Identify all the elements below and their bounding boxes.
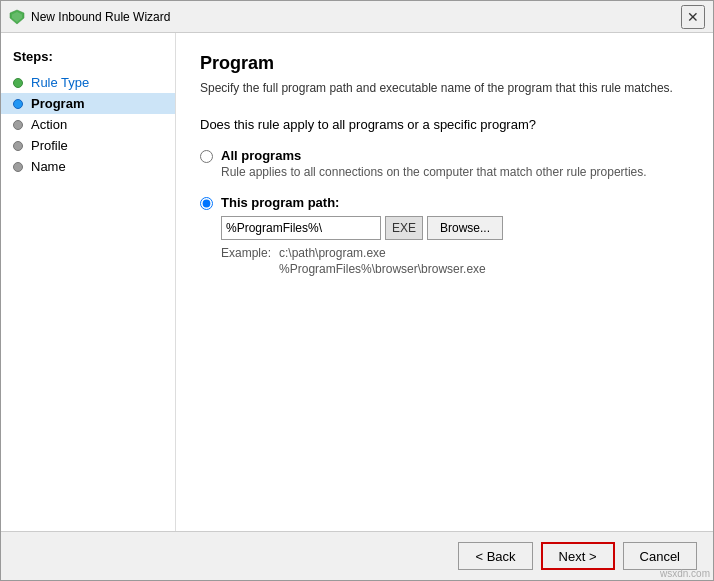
content-area: Steps: Rule Type Program Action Profile xyxy=(1,33,713,531)
close-button[interactable]: ✕ xyxy=(681,5,705,29)
sidebar-label-action: Action xyxy=(31,117,67,132)
all-programs-radio[interactable] xyxy=(200,150,213,163)
sidebar-label-rule-type: Rule Type xyxy=(31,75,89,90)
browse-button[interactable]: Browse... xyxy=(427,216,503,240)
example-label: Example: xyxy=(221,246,271,276)
this-program-label-group: This program path: EXE Browse... Example… xyxy=(221,195,503,276)
exe-badge: EXE xyxy=(385,216,423,240)
title-bar-left: New Inbound Rule Wizard xyxy=(9,9,170,25)
spacer xyxy=(200,292,689,511)
dot-rule-type xyxy=(13,78,23,88)
all-programs-label[interactable]: All programs xyxy=(221,148,647,163)
panel-title: Program xyxy=(200,53,689,74)
dot-program xyxy=(13,99,23,109)
this-program-radio[interactable] xyxy=(200,197,213,210)
dot-profile xyxy=(13,141,23,151)
sidebar-item-rule-type[interactable]: Rule Type xyxy=(1,72,175,93)
dot-action xyxy=(13,120,23,130)
footer: < Back Next > Cancel xyxy=(1,531,713,580)
sidebar-item-name[interactable]: Name xyxy=(1,156,175,177)
sidebar: Steps: Rule Type Program Action Profile xyxy=(1,33,176,531)
this-program-label[interactable]: This program path: xyxy=(221,195,503,210)
title-bar: New Inbound Rule Wizard ✕ xyxy=(1,1,713,33)
app-icon xyxy=(9,9,25,25)
cancel-button[interactable]: Cancel xyxy=(623,542,697,570)
sidebar-item-profile[interactable]: Profile xyxy=(1,135,175,156)
panel-description: Specify the full program path and execut… xyxy=(200,80,689,97)
all-programs-option: All programs Rule applies to all connect… xyxy=(200,148,689,179)
example-paths: c:\path\program.exe %ProgramFiles%\brows… xyxy=(279,246,486,276)
example-path-2: %ProgramFiles%\browser\browser.exe xyxy=(279,262,486,276)
sidebar-item-action[interactable]: Action xyxy=(1,114,175,135)
question-text: Does this rule apply to all programs or … xyxy=(200,117,689,132)
back-button[interactable]: < Back xyxy=(458,542,532,570)
watermark: wsxdn.com xyxy=(660,568,710,579)
example-path-1: c:\path\program.exe xyxy=(279,246,486,260)
sidebar-item-program[interactable]: Program xyxy=(1,93,175,114)
path-input-row: EXE Browse... xyxy=(221,216,503,240)
steps-label: Steps: xyxy=(1,49,175,72)
dot-name xyxy=(13,162,23,172)
example-section: Example: c:\path\program.exe %ProgramFil… xyxy=(221,246,503,276)
wizard-window: New Inbound Rule Wizard ✕ Steps: Rule Ty… xyxy=(0,0,714,581)
sidebar-label-profile: Profile xyxy=(31,138,68,153)
all-programs-desc: Rule applies to all connections on the c… xyxy=(221,165,647,179)
sidebar-label-program: Program xyxy=(31,96,84,111)
main-panel: Program Specify the full program path an… xyxy=(176,33,713,531)
program-path-input[interactable] xyxy=(221,216,381,240)
all-programs-label-group: All programs Rule applies to all connect… xyxy=(221,148,647,179)
window-title: New Inbound Rule Wizard xyxy=(31,10,170,24)
next-button[interactable]: Next > xyxy=(541,542,615,570)
sidebar-label-name: Name xyxy=(31,159,66,174)
this-program-option: This program path: EXE Browse... Example… xyxy=(200,195,689,276)
